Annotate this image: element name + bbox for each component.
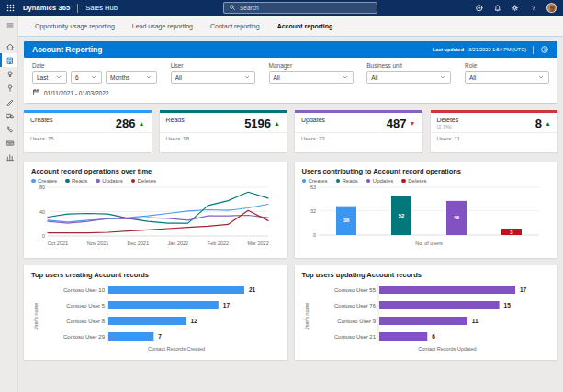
filter-select-business-unit-0[interactable]: All	[366, 71, 451, 84]
topbar-divider	[77, 4, 78, 13]
tab-contact-reporting[interactable]: Contact reporting	[210, 23, 260, 29]
topbar: Dynamics 365 Sales Hub Search ?	[0, 0, 563, 16]
filter-select-date-0[interactable]: Last	[32, 71, 67, 84]
sidebar-item-chart[interactable]	[0, 150, 17, 163]
svg-text:38: 38	[343, 218, 349, 223]
svg-text:Feb 2022: Feb 2022	[208, 241, 229, 246]
svg-text:15: 15	[503, 302, 511, 308]
search-box[interactable]: Search	[223, 2, 377, 14]
bar-contoso-user-8[interactable]	[108, 317, 186, 325]
svg-text:Contoso User 29: Contoso User 29	[63, 334, 106, 340]
chevron-down-icon	[90, 73, 97, 82]
info-icon[interactable]	[540, 41, 549, 58]
svg-text:45: 45	[453, 215, 459, 220]
svg-text:6: 6	[432, 333, 435, 340]
bar-contoso-user-29[interactable]	[108, 332, 153, 341]
chevron-down-icon	[55, 73, 62, 82]
avatar[interactable]	[546, 3, 557, 13]
svg-text:32: 32	[310, 208, 315, 214]
chart-title: Account record operations over time	[31, 167, 280, 175]
svg-text:Jan 2022: Jan 2022	[167, 241, 188, 246]
kpi-users: Users: 98	[166, 133, 281, 141]
bar-chart-plot: 032633852453No. of users	[302, 184, 546, 248]
kpi-card-reads[interactable]: Reads5196▲Users: 98	[160, 110, 287, 152]
line-chart-plot: 04080Oct 2021Nov 2021Dec 2021Jan 2022Feb…	[31, 184, 276, 248]
plus-circle-icon[interactable]	[475, 4, 484, 13]
tab-strip: Opportunity usage reportingLead usage re…	[18, 16, 563, 37]
bar-contoso-user-10[interactable]	[108, 286, 244, 294]
legend-dot	[31, 179, 36, 184]
svg-text:52: 52	[398, 213, 404, 218]
kpi-card-updates[interactable]: Updates487▼Users: 23	[295, 110, 422, 152]
date-range-text: 01/11/2021 - 01/03/2022	[44, 90, 108, 96]
kpi-card-creates[interactable]: Creates286▲Users: 75	[24, 110, 152, 152]
filter-select-manager-0[interactable]: All	[269, 71, 354, 84]
date-range[interactable]: 01/11/2021 - 01/03/2022	[32, 88, 549, 97]
help-icon[interactable]: ?	[529, 4, 538, 13]
main-content: Account Reporting Last updated 3/21/2022…	[18, 37, 563, 392]
select-value: Months	[110, 74, 129, 81]
bar-contoso-user-5[interactable]	[108, 301, 219, 309]
bell-icon[interactable]	[493, 4, 502, 13]
app-brand[interactable]: Dynamics 365	[23, 4, 70, 12]
tab-account-reporting[interactable]: Account reporting	[277, 23, 333, 29]
svg-text:Nov 2021: Nov 2021	[87, 241, 109, 246]
kpi-value: 487▼	[387, 118, 416, 129]
svg-text:Contoso User 10: Contoso User 10	[63, 287, 106, 293]
filter-panel: DateLast6MonthsUserAllManagerAllBusiness…	[24, 58, 557, 103]
bar-contoso-user-9[interactable]	[379, 317, 467, 325]
kpi-value: 5196▲	[244, 118, 280, 129]
filter-group-user: UserAll	[171, 62, 255, 84]
calendar-icon	[32, 88, 40, 97]
filter-select-user-0[interactable]: All	[171, 71, 255, 84]
chart-title: Top users updating Account records	[302, 271, 551, 279]
svg-text:7: 7	[158, 333, 162, 340]
legend-dot	[401, 179, 406, 184]
kpi-title: Updates	[301, 117, 325, 124]
select-value: All	[175, 74, 182, 81]
kpi-users: Users: 11	[437, 133, 552, 141]
chevron-down-icon	[243, 73, 251, 82]
bar-contoso-user-55[interactable]	[379, 286, 515, 294]
trend-up-icon: ▲	[274, 120, 280, 127]
menu-icon	[6, 17, 15, 34]
search-placeholder: Search	[240, 5, 259, 11]
gear-icon[interactable]	[511, 4, 520, 13]
waffle-icon[interactable]	[6, 4, 15, 12]
header-divider	[533, 46, 534, 54]
last-updated-label: Last updated	[433, 47, 464, 52]
bar-contoso-user-76[interactable]	[379, 301, 500, 309]
kpi-card-deletes[interactable]: Deletes(2.7%)8▲Users: 11	[431, 110, 558, 152]
svg-text:0: 0	[312, 232, 315, 238]
filter-label: Date	[32, 62, 157, 69]
tab-opportunity-usage-reporting[interactable]: Opportunity usage reporting	[35, 23, 115, 29]
app-window: Dynamics 365 Sales Hub Search ? Opportun…	[0, 0, 563, 392]
svg-text:Contoso User 76: Contoso User 76	[333, 303, 376, 308]
last-updated-value: 3/21/2022 1:54 PM (UTC)	[468, 47, 526, 52]
select-value: All	[274, 74, 280, 81]
svg-text:Contoso User 8: Contoso User 8	[66, 319, 105, 324]
legend-dot	[302, 179, 307, 184]
filter-group-date: DateLast6Months	[32, 62, 157, 84]
app-name[interactable]: Sales Hub	[85, 4, 118, 12]
select-value: All	[371, 74, 377, 81]
filter-select-role-0[interactable]: All	[465, 71, 549, 84]
chart-card-operations-over-time: Account record operations over timeCreat…	[24, 162, 287, 258]
hamburger-menu[interactable]	[0, 18, 17, 32]
search-icon	[229, 4, 236, 12]
kpi-title: Deletes	[437, 117, 459, 124]
filter-select-date-2[interactable]: Months	[106, 71, 157, 84]
svg-text:No. of users: No. of users	[415, 241, 443, 246]
filter-select-date-1[interactable]: 6	[71, 71, 102, 84]
svg-text:Oct 2021: Oct 2021	[48, 241, 68, 246]
page-title: Account Reporting	[32, 45, 103, 54]
filter-label: User	[171, 62, 255, 69]
bar-contoso-user-21[interactable]	[379, 332, 427, 341]
legend-dot	[131, 179, 136, 184]
chevron-down-icon	[537, 73, 545, 82]
svg-text:Contoso User 9: Contoso User 9	[337, 319, 376, 324]
kpi-value: 286▲	[116, 118, 145, 129]
tab-lead-usage-reporting[interactable]: Lead usage reporting	[132, 23, 193, 29]
svg-text:Contoso User 21: Contoso User 21	[333, 334, 376, 340]
filter-groups: DateLast6MonthsUserAllManagerAllBusiness…	[32, 62, 549, 84]
